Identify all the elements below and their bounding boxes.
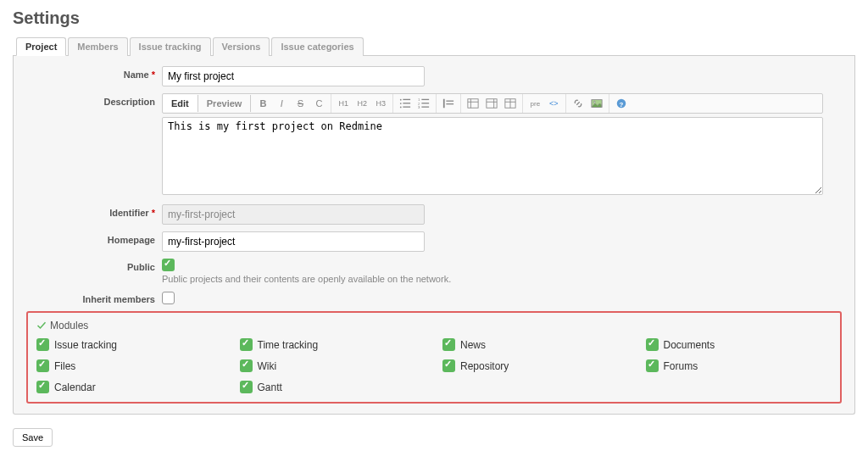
module-label: Calendar [54, 381, 96, 393]
code-icon[interactable]: C [309, 94, 328, 113]
module-forums[interactable]: Forums [646, 359, 832, 372]
table-right-icon[interactable] [482, 94, 501, 113]
public-checkbox[interactable] [162, 259, 175, 271]
module-checkbox[interactable] [36, 338, 49, 351]
module-checkbox[interactable] [240, 381, 253, 393]
module-label: Time tracking [258, 339, 319, 351]
ul-icon[interactable] [396, 94, 415, 113]
module-issue-tracking[interactable]: Issue tracking [36, 338, 223, 351]
module-label: Repository [460, 360, 509, 372]
public-label: Public [26, 259, 162, 272]
inherit-checkbox[interactable] [162, 292, 175, 304]
module-calendar[interactable]: Calendar [36, 381, 223, 393]
settings-panel: Name * Description Edit Preview B I S C … [13, 56, 855, 415]
editor-toolbar: Edit Preview B I S C H1 H2 H3 123 [162, 93, 823, 114]
name-input[interactable] [162, 66, 425, 86]
svg-rect-13 [447, 101, 454, 102]
description-label: Description [26, 93, 162, 107]
tab-members[interactable]: Members [68, 37, 127, 56]
svg-rect-18 [487, 99, 497, 109]
homepage-label: Homepage [26, 231, 162, 245]
identifier-input [162, 204, 425, 225]
link-icon[interactable] [569, 94, 587, 113]
tab-issue-categories[interactable]: Issue categories [271, 37, 363, 56]
table-left-icon[interactable] [464, 94, 482, 113]
check-icon [36, 320, 47, 331]
help-icon[interactable]: ? [612, 94, 631, 113]
editor-edit-tab[interactable]: Edit [163, 95, 198, 112]
page-title: Settings [13, 8, 855, 28]
svg-rect-14 [447, 103, 454, 104]
module-checkbox[interactable] [442, 338, 455, 351]
bold-icon[interactable]: B [253, 94, 272, 113]
svg-point-25 [594, 101, 596, 103]
svg-text:?: ? [620, 101, 624, 109]
module-checkbox[interactable] [36, 381, 49, 393]
module-news[interactable]: News [442, 338, 629, 351]
tab-issue-tracking[interactable]: Issue tracking [130, 37, 211, 56]
module-checkbox[interactable] [442, 359, 455, 372]
svg-text:3: 3 [418, 105, 420, 109]
h2-icon[interactable]: H2 [353, 94, 371, 113]
svg-rect-9 [422, 103, 430, 103]
identifier-label: Identifier * [26, 204, 162, 218]
save-button[interactable]: Save [13, 428, 53, 447]
modules-box: Modules Issue trackingTime trackingNewsD… [26, 311, 842, 404]
svg-point-0 [400, 99, 402, 101]
tabs: ProjectMembersIssue trackingVersionsIssu… [13, 36, 855, 56]
module-label: News [460, 339, 486, 351]
image-icon[interactable] [587, 94, 606, 113]
description-textarea[interactable]: This is my first project on Redmine [162, 117, 823, 195]
inherit-label: Inherit members [26, 291, 162, 304]
module-checkbox[interactable] [240, 338, 253, 351]
module-time-tracking[interactable]: Time tracking [240, 338, 426, 351]
module-label: Gantt [258, 381, 282, 393]
module-label: Forums [664, 360, 698, 372]
svg-point-4 [400, 107, 402, 109]
svg-rect-5 [403, 107, 411, 108]
module-label: Files [54, 360, 75, 372]
svg-rect-1 [403, 99, 411, 100]
pre-icon[interactable]: pre [526, 94, 544, 113]
svg-rect-12 [443, 99, 445, 109]
svg-rect-3 [403, 103, 411, 103]
svg-rect-15 [468, 99, 478, 109]
italic-icon[interactable]: I [272, 94, 291, 113]
svg-rect-7 [422, 99, 430, 100]
modules-grid: Issue trackingTime trackingNewsDocuments… [36, 338, 832, 393]
homepage-input[interactable] [162, 231, 425, 252]
module-wiki[interactable]: Wiki [240, 359, 426, 372]
module-label: Issue tracking [54, 339, 117, 351]
module-gantt[interactable]: Gantt [240, 381, 426, 393]
strike-icon[interactable]: S [291, 94, 309, 113]
module-label: Wiki [258, 360, 277, 372]
tab-project[interactable]: Project [16, 37, 66, 56]
svg-rect-11 [422, 107, 430, 108]
module-repository[interactable]: Repository [442, 359, 629, 372]
modules-title: Modules [36, 320, 832, 331]
editor-preview-tab[interactable]: Preview [198, 95, 252, 112]
module-checkbox[interactable] [36, 359, 49, 372]
h3-icon[interactable]: H3 [371, 94, 390, 113]
module-label: Documents [664, 339, 715, 351]
module-checkbox[interactable] [646, 359, 659, 372]
svg-point-2 [400, 103, 402, 104]
ol-icon[interactable]: 123 [415, 94, 433, 113]
module-files[interactable]: Files [36, 359, 223, 372]
module-documents[interactable]: Documents [646, 338, 832, 351]
module-checkbox[interactable] [240, 359, 253, 372]
codeblock-icon[interactable]: <> [544, 94, 563, 113]
quote-icon[interactable] [439, 94, 458, 113]
table-center-icon[interactable] [501, 94, 520, 113]
tab-versions[interactable]: Versions [213, 37, 270, 56]
module-checkbox[interactable] [646, 338, 659, 351]
h1-icon[interactable]: H1 [334, 94, 353, 113]
public-hint: Public projects and their contents are o… [162, 274, 842, 284]
name-label: Name * [26, 66, 162, 80]
